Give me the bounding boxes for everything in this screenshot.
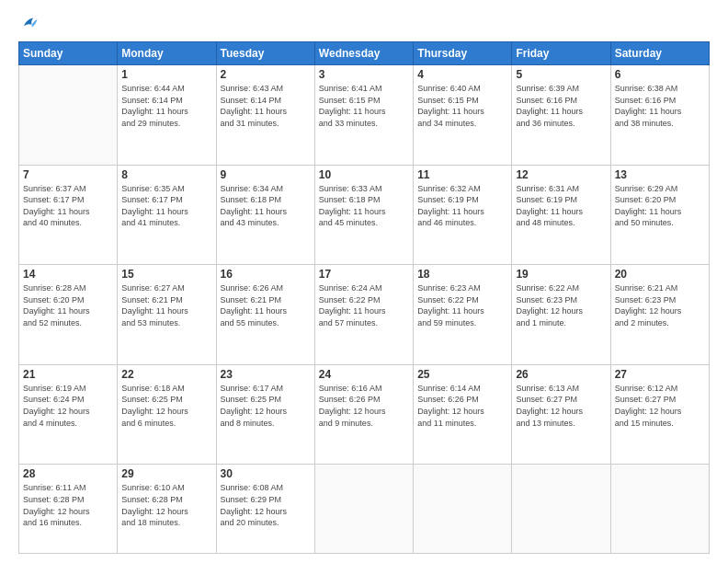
weekday-header-friday: Friday	[512, 42, 610, 65]
day-number: 24	[319, 368, 409, 381]
day-number: 3	[319, 68, 409, 81]
day-info: Sunrise: 6:10 AMSunset: 6:28 PMDaylight:…	[121, 482, 211, 528]
calendar-cell: 29Sunrise: 6:10 AMSunset: 6:28 PMDayligh…	[118, 465, 216, 554]
day-number: 17	[319, 268, 409, 281]
logo-bird-icon	[18, 14, 39, 34]
day-info: Sunrise: 6:37 AMSunset: 6:17 PMDaylight:…	[23, 183, 113, 229]
day-info: Sunrise: 6:12 AMSunset: 6:27 PMDaylight:…	[615, 383, 705, 429]
day-number: 23	[221, 368, 311, 381]
day-info: Sunrise: 6:34 AMSunset: 6:18 PMDaylight:…	[221, 183, 311, 229]
day-number: 16	[221, 268, 311, 281]
day-number: 21	[23, 368, 113, 381]
calendar-cell: 1Sunrise: 6:44 AMSunset: 6:14 PMDaylight…	[118, 65, 216, 166]
weekday-header-monday: Monday	[118, 42, 216, 65]
day-number: 12	[516, 168, 606, 181]
weekday-header-tuesday: Tuesday	[216, 42, 314, 65]
day-number: 13	[615, 168, 705, 181]
calendar-cell: 27Sunrise: 6:12 AMSunset: 6:27 PMDayligh…	[610, 364, 709, 465]
day-number: 6	[615, 68, 705, 81]
logo	[18, 14, 42, 34]
calendar-cell: 22Sunrise: 6:18 AMSunset: 6:25 PMDayligh…	[118, 364, 216, 465]
calendar-cell: 9Sunrise: 6:34 AMSunset: 6:18 PMDaylight…	[216, 165, 314, 265]
calendar-cell: 15Sunrise: 6:27 AMSunset: 6:21 PMDayligh…	[118, 265, 216, 365]
day-info: Sunrise: 6:41 AMSunset: 6:15 PMDaylight:…	[319, 83, 409, 129]
day-number: 30	[221, 467, 311, 480]
day-info: Sunrise: 6:38 AMSunset: 6:16 PMDaylight:…	[615, 83, 705, 129]
day-number: 7	[23, 168, 113, 181]
day-info: Sunrise: 6:32 AMSunset: 6:19 PMDaylight:…	[417, 183, 507, 229]
day-number: 4	[417, 68, 507, 81]
day-number: 19	[516, 268, 606, 281]
week-row-2: 7Sunrise: 6:37 AMSunset: 6:17 PMDaylight…	[19, 165, 710, 265]
calendar-cell	[414, 465, 512, 554]
weekday-header-thursday: Thursday	[414, 42, 512, 65]
day-number: 14	[23, 268, 113, 281]
weekday-header-wednesday: Wednesday	[314, 42, 413, 65]
calendar-cell	[19, 65, 118, 166]
week-row-1: 1Sunrise: 6:44 AMSunset: 6:14 PMDaylight…	[19, 65, 710, 166]
calendar-cell: 24Sunrise: 6:16 AMSunset: 6:26 PMDayligh…	[314, 364, 413, 465]
week-row-5: 28Sunrise: 6:11 AMSunset: 6:28 PMDayligh…	[19, 465, 710, 554]
day-info: Sunrise: 6:43 AMSunset: 6:14 PMDaylight:…	[221, 83, 311, 129]
day-info: Sunrise: 6:08 AMSunset: 6:29 PMDaylight:…	[221, 482, 311, 528]
calendar-table: SundayMondayTuesdayWednesdayThursdayFrid…	[18, 41, 710, 554]
day-info: Sunrise: 6:33 AMSunset: 6:18 PMDaylight:…	[319, 183, 409, 229]
day-info: Sunrise: 6:39 AMSunset: 6:16 PMDaylight:…	[516, 83, 606, 129]
day-number: 25	[417, 368, 507, 381]
calendar-cell: 21Sunrise: 6:19 AMSunset: 6:24 PMDayligh…	[19, 364, 118, 465]
week-row-4: 21Sunrise: 6:19 AMSunset: 6:24 PMDayligh…	[19, 364, 710, 465]
day-number: 1	[121, 68, 211, 81]
weekday-header-row: SundayMondayTuesdayWednesdayThursdayFrid…	[19, 42, 710, 65]
day-number: 26	[516, 368, 606, 381]
day-info: Sunrise: 6:35 AMSunset: 6:17 PMDaylight:…	[121, 183, 211, 229]
day-info: Sunrise: 6:16 AMSunset: 6:26 PMDaylight:…	[319, 383, 409, 429]
calendar-cell: 11Sunrise: 6:32 AMSunset: 6:19 PMDayligh…	[414, 165, 512, 265]
calendar-cell: 8Sunrise: 6:35 AMSunset: 6:17 PMDaylight…	[118, 165, 216, 265]
day-info: Sunrise: 6:18 AMSunset: 6:25 PMDaylight:…	[121, 383, 211, 429]
day-info: Sunrise: 6:44 AMSunset: 6:14 PMDaylight:…	[121, 83, 211, 129]
day-number: 11	[417, 168, 507, 181]
calendar-cell: 4Sunrise: 6:40 AMSunset: 6:15 PMDaylight…	[414, 65, 512, 166]
day-info: Sunrise: 6:19 AMSunset: 6:24 PMDaylight:…	[23, 383, 113, 429]
day-number: 10	[319, 168, 409, 181]
calendar-cell: 16Sunrise: 6:26 AMSunset: 6:21 PMDayligh…	[216, 265, 314, 365]
day-info: Sunrise: 6:29 AMSunset: 6:20 PMDaylight:…	[615, 183, 705, 229]
day-number: 27	[615, 368, 705, 381]
day-info: Sunrise: 6:23 AMSunset: 6:22 PMDaylight:…	[417, 282, 507, 328]
calendar-cell: 25Sunrise: 6:14 AMSunset: 6:26 PMDayligh…	[414, 364, 512, 465]
calendar-cell: 19Sunrise: 6:22 AMSunset: 6:23 PMDayligh…	[512, 265, 610, 365]
day-number: 28	[23, 467, 113, 480]
day-info: Sunrise: 6:27 AMSunset: 6:21 PMDaylight:…	[121, 282, 211, 328]
calendar-cell	[314, 465, 413, 554]
calendar-cell: 7Sunrise: 6:37 AMSunset: 6:17 PMDaylight…	[19, 165, 118, 265]
page: SundayMondayTuesdayWednesdayThursdayFrid…	[0, 0, 728, 563]
day-info: Sunrise: 6:28 AMSunset: 6:20 PMDaylight:…	[23, 282, 113, 328]
day-info: Sunrise: 6:17 AMSunset: 6:25 PMDaylight:…	[221, 383, 311, 429]
calendar-cell	[512, 465, 610, 554]
day-info: Sunrise: 6:21 AMSunset: 6:23 PMDaylight:…	[615, 282, 705, 328]
day-info: Sunrise: 6:11 AMSunset: 6:28 PMDaylight:…	[23, 482, 113, 528]
calendar-cell: 18Sunrise: 6:23 AMSunset: 6:22 PMDayligh…	[414, 265, 512, 365]
weekday-header-saturday: Saturday	[610, 42, 709, 65]
day-number: 22	[121, 368, 211, 381]
day-number: 15	[121, 268, 211, 281]
calendar-cell: 30Sunrise: 6:08 AMSunset: 6:29 PMDayligh…	[216, 465, 314, 554]
day-number: 18	[417, 268, 507, 281]
calendar-cell: 26Sunrise: 6:13 AMSunset: 6:27 PMDayligh…	[512, 364, 610, 465]
calendar-cell: 12Sunrise: 6:31 AMSunset: 6:19 PMDayligh…	[512, 165, 610, 265]
day-info: Sunrise: 6:24 AMSunset: 6:22 PMDaylight:…	[319, 282, 409, 328]
calendar-cell: 17Sunrise: 6:24 AMSunset: 6:22 PMDayligh…	[314, 265, 413, 365]
day-info: Sunrise: 6:22 AMSunset: 6:23 PMDaylight:…	[516, 282, 606, 328]
day-info: Sunrise: 6:40 AMSunset: 6:15 PMDaylight:…	[417, 83, 507, 129]
day-info: Sunrise: 6:14 AMSunset: 6:26 PMDaylight:…	[417, 383, 507, 429]
weekday-header-sunday: Sunday	[19, 42, 118, 65]
calendar-cell: 2Sunrise: 6:43 AMSunset: 6:14 PMDaylight…	[216, 65, 314, 166]
day-info: Sunrise: 6:13 AMSunset: 6:27 PMDaylight:…	[516, 383, 606, 429]
week-row-3: 14Sunrise: 6:28 AMSunset: 6:20 PMDayligh…	[19, 265, 710, 365]
day-number: 2	[221, 68, 311, 81]
calendar-cell: 10Sunrise: 6:33 AMSunset: 6:18 PMDayligh…	[314, 165, 413, 265]
day-number: 29	[121, 467, 211, 480]
calendar-cell: 14Sunrise: 6:28 AMSunset: 6:20 PMDayligh…	[19, 265, 118, 365]
day-number: 9	[221, 168, 311, 181]
day-number: 5	[516, 68, 606, 81]
